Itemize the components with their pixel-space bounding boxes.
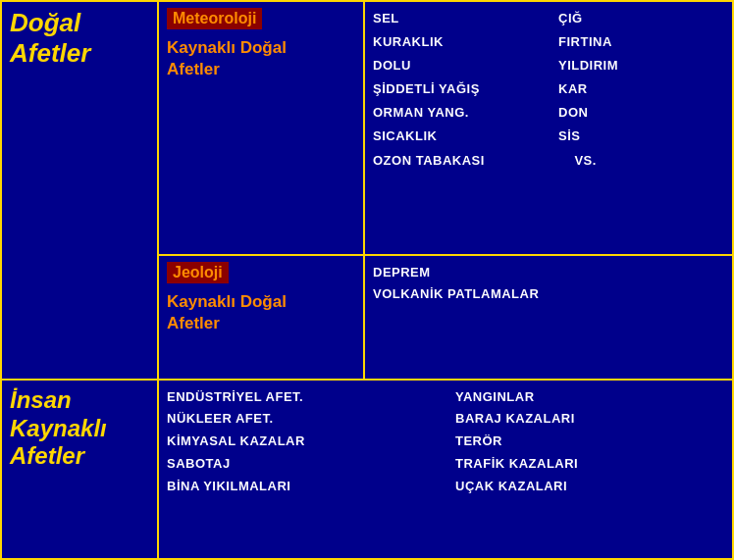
insan-item-teror: TERÖR bbox=[455, 431, 724, 453]
dogal-afetler-cell: Doğal Afetler bbox=[1, 1, 158, 380]
insan-line1: İnsan bbox=[10, 386, 72, 413]
meteo-item-don: DON bbox=[558, 102, 724, 124]
dogal-afetler-label: Doğal Afetler bbox=[10, 8, 149, 69]
jeo-sub-line2: Afetler bbox=[167, 314, 220, 332]
meteo-item-kuraklik: KURAKLIK bbox=[373, 31, 539, 53]
meteoroloji-header: Meteoroloji bbox=[167, 8, 262, 29]
insan-item-kimyasal: KİMYASAL KAZALAR bbox=[167, 431, 436, 453]
insan-item-baraj: BARAJ KAZALARI bbox=[455, 408, 724, 431]
meteo-sub-line1: Kaynaklı Doğal bbox=[167, 38, 287, 57]
insan-label: İnsan Kaynaklı Afetler bbox=[10, 386, 149, 471]
insan-col1: ENDÜSTRİYEL AFET. NÜKLEER AFET. KİMYASAL… bbox=[167, 386, 436, 498]
meteo-item-orman: ORMAN YANG. bbox=[373, 102, 539, 124]
meteo-item-dolu: DOLU bbox=[373, 55, 539, 76]
meteoroloji-header-box: Meteoroloji bbox=[167, 8, 355, 33]
insan-line2: Kaynaklı bbox=[10, 415, 107, 441]
meteoroloji-cell: Meteoroloji Kaynaklı Doğal Afetler bbox=[158, 1, 364, 255]
insan-col2: YANGINLAR BARAJ KAZALARI TERÖR TRAFİK KA… bbox=[455, 386, 724, 498]
insan-item-endustriyel: ENDÜSTRİYEL AFET. bbox=[167, 386, 436, 409]
volkanik-item: VOLKANİK PATLAMALAR bbox=[373, 283, 724, 305]
insan-kaynak-cell: İnsan Kaynaklı Afetler bbox=[1, 380, 158, 559]
insan-item-sabotaj: SABOTAJ bbox=[167, 453, 436, 476]
meteo-item-vs: VS. bbox=[558, 150, 724, 172]
meteo-items-cell: SEL ÇIĞ KURAKLIK FIRTINA DOLU YILDIRIM Ş… bbox=[364, 1, 733, 255]
main-table: Doğal Afetler Meteoroloji Kaynaklı Doğal… bbox=[0, 0, 734, 560]
meteo-item-sel: SEL bbox=[373, 8, 539, 29]
insan-items-grid: ENDÜSTRİYEL AFET. NÜKLEER AFET. KİMYASAL… bbox=[167, 386, 724, 498]
insan-item-yanginlar: YANGINLAR bbox=[455, 386, 724, 409]
meteo-item-cig: ÇIĞ bbox=[558, 8, 724, 29]
jeoloji-cell: Jeoloji Kaynaklı Doğal Afetler bbox=[158, 255, 364, 380]
insan-item-trafik: TRAFİK KAZALARI bbox=[455, 453, 724, 476]
meteo-item-firtina: FIRTINA bbox=[558, 31, 724, 53]
insan-item-bina: BİNA YIKILMALARI bbox=[167, 476, 436, 498]
insan-line3: Afetler bbox=[10, 442, 84, 469]
meteo-item-ozon: OZON TABAKASI bbox=[373, 150, 539, 172]
meteo-item-sicaklik: SICAKLIK bbox=[373, 126, 539, 147]
insan-items-cell: ENDÜSTRİYEL AFET. NÜKLEER AFET. KİMYASAL… bbox=[158, 380, 733, 559]
meteo-item-siddetli: ŞİDDETLİ YAĞIŞ bbox=[373, 78, 539, 100]
insan-item-nukleer: NÜKLEER AFET. bbox=[167, 408, 436, 431]
dogal-label-line1: Doğal bbox=[10, 8, 80, 37]
meteo-item-kar: KAR bbox=[558, 78, 724, 100]
deprem-items-list: DEPREM VOLKANİK PATLAMALAR bbox=[373, 262, 724, 305]
meteo-item-sis: SİS bbox=[558, 126, 724, 147]
meteo-item-yildirim: YILDIRIM bbox=[558, 55, 724, 76]
meteo-sub-line2: Afetler bbox=[167, 60, 220, 78]
deprem-item: DEPREM bbox=[373, 262, 724, 283]
meteoroloji-kaynak-label: Kaynaklı Doğal Afetler bbox=[167, 37, 355, 80]
insan-item-ucak: UÇAK KAZALARI bbox=[455, 476, 724, 498]
jeoloji-header: Jeoloji bbox=[167, 262, 229, 283]
deprem-items-cell: DEPREM VOLKANİK PATLAMALAR bbox=[364, 255, 733, 380]
jeo-sub-line1: Kaynaklı Doğal bbox=[167, 292, 287, 311]
jeoloji-kaynak-label: Kaynaklı Doğal Afetler bbox=[167, 291, 355, 334]
jeoloji-header-box: Jeoloji bbox=[167, 262, 355, 287]
meteo-items-grid: SEL ÇIĞ KURAKLIK FIRTINA DOLU YILDIRIM Ş… bbox=[373, 8, 724, 172]
dogal-label-line2: Afetler bbox=[10, 38, 90, 68]
